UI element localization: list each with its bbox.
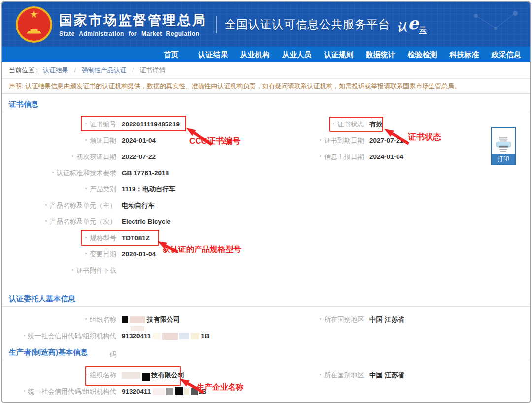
field-label: 认证标准和技术要求: [57, 169, 117, 177]
bullet-icon: [85, 318, 87, 320]
redaction-block: [175, 387, 183, 395]
nav-procurement[interactable]: 政采信息: [485, 47, 527, 62]
certificate-detail-page: ★ 国家市场监督管理总局 State Administration for Ma…: [1, 1, 531, 403]
code-prefix: 91320411: [122, 332, 151, 340]
redaction-smudge: [131, 326, 144, 331]
national-emblem-icon: ★: [16, 6, 52, 43]
redaction-block: [130, 316, 145, 323]
producer-left-column: 组织名称 技有限公司 统一社会信用代码/组织机构代 91320411: [2, 367, 298, 400]
redaction-block: [191, 333, 200, 339]
cert-status-value: 有效: [369, 120, 383, 129]
producer-region-value: 中国 江苏省: [369, 371, 404, 380]
print-button[interactable]: 打印: [491, 127, 516, 165]
nav-inspection[interactable]: 检验检测: [401, 47, 443, 62]
logo-ren: 认: [397, 22, 407, 32]
bullet-icon: [72, 155, 73, 157]
field-label: 颁证日期: [90, 137, 116, 144]
applicant-org-value: 技有限公司: [122, 315, 180, 324]
field-row-product-name-sub: 产品名称及单元（次）Electric Bicycle: [2, 214, 298, 230]
breadcrumb-link-cert-results[interactable]: 认证结果: [43, 66, 68, 74]
field-row-product-category: 产品类别1119：电动自行车: [2, 181, 298, 197]
field-label: 初次获证日期: [76, 153, 116, 160]
field-label: 产品名称及单元（主）: [50, 202, 116, 209]
platform-title: 全国认证认可信息公共服务平台: [225, 17, 390, 32]
code-suffix: 1B: [201, 332, 209, 340]
bullet-icon: [320, 318, 321, 320]
bullet-icon: [85, 188, 87, 189]
field-label: 组织名称: [90, 372, 116, 379]
redaction-block: [153, 333, 161, 339]
field-row-producer-code: 统一社会信用代码/组织机构代 91320411 1B: [2, 383, 298, 400]
model-value: TDT081Z: [122, 234, 150, 242]
nav-institutions[interactable]: 从业机构: [234, 47, 276, 62]
bullet-icon: [24, 335, 25, 336]
cert-number-value: 2022011119485219: [122, 121, 180, 128]
bullet-icon: [85, 237, 87, 238]
field-row-producer-region: 所在国别地区中国 江苏省: [298, 367, 530, 383]
field-label: 统一社会信用代码/组织机构代: [28, 388, 116, 395]
cert-left-column: 证书编号2022011119485219 颁证日期2024-01-04 初次获证…: [2, 116, 298, 279]
section-title-cert-info: 证书信息: [2, 94, 530, 112]
redaction-block: [162, 333, 178, 340]
breadcrumb-link-ccc[interactable]: 强制性产品认证: [82, 66, 127, 74]
field-row-attachment-download: 证书附件下载: [2, 262, 298, 279]
nav-standards[interactable]: 科技标准: [443, 47, 485, 62]
bullet-icon: [320, 155, 321, 157]
standard-value: GB 17761-2018: [122, 169, 169, 177]
field-row-issue-date: 颁证日期2024-01-04: [2, 132, 298, 149]
ren-e-yun-logo: 认 e 云: [397, 15, 427, 34]
redaction-block: [153, 388, 165, 395]
bullet-icon: [45, 204, 47, 206]
nav-cert-results[interactable]: 认证结果: [192, 47, 234, 62]
agency-title-block: 国家市场监督管理总局 State Administration for Mark…: [59, 11, 207, 37]
field-label: 证书状态: [337, 121, 364, 128]
field-label: 产品类别: [90, 186, 116, 193]
field-row-standard: 认证标准和技术要求GB 17761-2018: [2, 165, 298, 181]
attachment-download-label[interactable]: 证书附件下载: [76, 267, 116, 274]
product-name-sub-value: Electric Bicycle: [122, 218, 171, 225]
bullet-icon: [24, 390, 25, 392]
field-label: 所在国别地区: [324, 372, 364, 379]
bullet-icon: [85, 253, 87, 254]
breadcrumb-prefix: 当前位置 :: [9, 66, 38, 74]
bullet-icon: [52, 172, 54, 173]
redaction-block: [166, 388, 173, 395]
field-label: 信息上报日期: [324, 153, 364, 160]
field-row-applicant-region: 所在国别地区中国 江苏省: [298, 311, 530, 328]
header-decoration: [466, 6, 525, 40]
applicant-org-suffix: 技有限公司: [147, 315, 180, 324]
field-row-model: 规格型号TDT081Z: [2, 230, 298, 246]
first-issue-date-value: 2022-07-22: [122, 153, 156, 160]
bullet-icon: [320, 374, 321, 375]
bullet-icon: [72, 269, 73, 271]
nav-personnel[interactable]: 从业人员: [276, 47, 318, 62]
applicant-left-column: 组织名称 技有限公司 统一社会信用代码/组织机构代 91320411: [2, 311, 298, 344]
nav-home[interactable]: 首页: [150, 47, 192, 62]
field-label: 证书到期日期: [324, 137, 364, 144]
nav-cert-rules[interactable]: 认证规则: [318, 47, 360, 62]
applicant-region-value: 中国 江苏省: [369, 315, 404, 324]
redaction-block: [191, 388, 198, 395]
field-row-product-name-main: 产品名称及单元（主）电动自行车: [2, 197, 298, 214]
breadcrumb-current: 证书详情: [140, 66, 166, 74]
field-label: 规格型号: [90, 234, 116, 242]
field-label: 组织名称: [90, 316, 116, 323]
breadcrumb-separator: /: [74, 66, 76, 74]
section-title-producer: 生产者(制造商)基本信息: [2, 344, 530, 360]
expiry-date-value: 2027-07-21: [369, 137, 403, 144]
change-date-value: 2024-01-04: [122, 250, 156, 258]
report-date-value: 2024-01-04: [369, 153, 403, 160]
field-label: 统一社会信用代码/组织机构代: [28, 332, 116, 340]
redaction-block: [179, 333, 189, 339]
redaction-block: [184, 388, 189, 395]
nav-statistics[interactable]: 数据统计: [360, 47, 401, 62]
applicant-right-column: 所在国别地区中国 江苏省: [298, 311, 530, 344]
field-label: 所在国别地区: [324, 316, 364, 323]
bullet-icon: [85, 374, 87, 375]
bullet-icon: [45, 220, 47, 222]
field-label: 变更日期: [90, 250, 116, 258]
issue-date-value: 2024-01-04: [122, 137, 156, 144]
header-divider: [216, 16, 217, 33]
field-label: 产品名称及单元（次）: [50, 218, 116, 225]
product-name-main-value: 电动自行车: [122, 201, 155, 210]
